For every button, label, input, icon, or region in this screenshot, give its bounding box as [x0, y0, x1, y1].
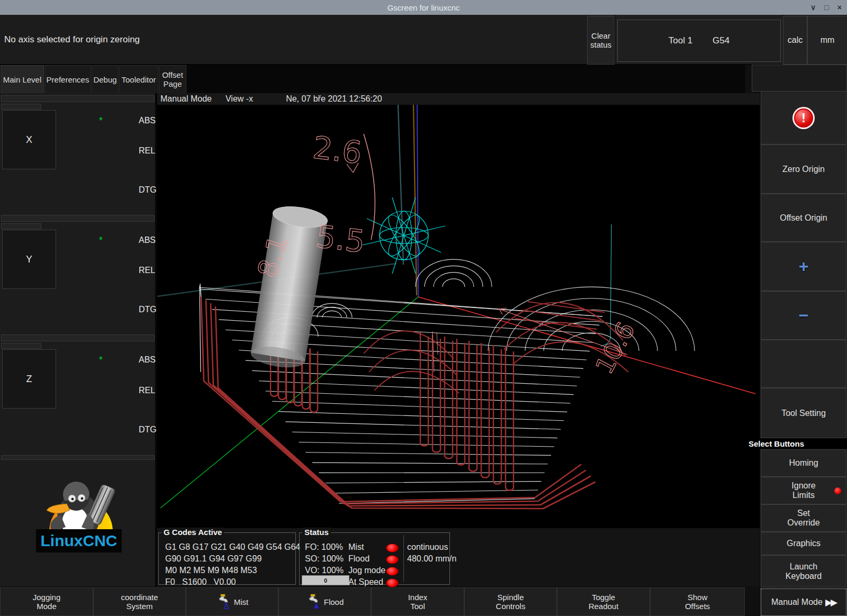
- coordinate-system-button[interactable]: coordinate System: [93, 587, 186, 616]
- homing-button[interactable]: Homing: [761, 449, 846, 477]
- jogging-mode-button[interactable]: Jogging Mode: [0, 587, 93, 616]
- axis-select-x[interactable]: X: [2, 110, 56, 169]
- atspeed-label: At Speed: [348, 577, 383, 587]
- axis-strip-handle[interactable]: [1, 223, 41, 229]
- mist-led: [386, 543, 399, 552]
- mist-button[interactable]: Mist: [186, 587, 278, 616]
- faucet-icon: [216, 594, 230, 610]
- gcodes-title: G Codes Active: [161, 528, 224, 537]
- zoom-in-button[interactable]: +: [761, 242, 846, 291]
- calc-button[interactable]: calc: [783, 16, 807, 65]
- dim-5-5: 5.5: [314, 218, 367, 260]
- axis-select-y[interactable]: Y: [2, 230, 56, 289]
- dtg-label-y: DTG: [139, 305, 157, 314]
- gcode-line: G1 G8 G17 G21 G40 G49 G54 G64: [165, 542, 292, 554]
- fast-forward-icon: ▶▶: [825, 597, 836, 608]
- limit-led: [834, 487, 841, 494]
- top-bar: No axis selected for origin zeroing Clea…: [0, 15, 847, 65]
- axis-strip-handle[interactable]: [1, 104, 41, 110]
- logo-text: LinuxCNC: [41, 532, 118, 549]
- mist-label: Mist: [348, 542, 364, 552]
- maximize-icon[interactable]: □: [824, 3, 828, 12]
- axis-strip-handle[interactable]: [1, 343, 41, 349]
- homed-star-y: *: [99, 235, 103, 246]
- zero-origin-button[interactable]: Zero Origin: [761, 144, 846, 194]
- tool-number: Tool 1: [669, 35, 692, 46]
- rel-label-z: REL: [139, 386, 155, 395]
- tool-info-panel: Tool 1 G54: [615, 15, 783, 64]
- abs-label-y: ABS: [139, 235, 156, 245]
- axis-strip[interactable]: [1, 334, 155, 341]
- dtg-label-x: DTG: [139, 185, 157, 195]
- index-tool-button[interactable]: Index Tool: [371, 587, 464, 616]
- gcodes-frame: G Codes Active G1 G8 G17 G21 G40 G49 G54…: [158, 532, 296, 585]
- minimize-icon[interactable]: ∨: [810, 3, 816, 12]
- spare-button[interactable]: [761, 340, 846, 388]
- titlebar[interactable]: Gscreen for linuxcnc ∨ □ ×: [0, 0, 847, 15]
- flood-led: [386, 555, 399, 564]
- tab-offset-page[interactable]: Offset Page: [159, 65, 186, 94]
- units-button[interactable]: mm: [807, 16, 847, 65]
- rel-label-y: REL: [139, 266, 155, 275]
- spindle-controls-button[interactable]: Spindle Controls: [464, 587, 557, 616]
- select-buttons-header: Select Buttons: [746, 438, 847, 449]
- graphics-button[interactable]: Graphics: [761, 532, 846, 555]
- homed-star-z: *: [99, 355, 103, 366]
- axis-strip: [1, 455, 155, 460]
- gscreen-window: Gscreen for linuxcnc ∨ □ × No axis selec…: [0, 0, 847, 616]
- linuxcnc-logo: LinuxCNC: [15, 476, 142, 561]
- rel-label-x: REL: [139, 146, 155, 156]
- axis-strip[interactable]: [1, 95, 155, 102]
- launch-keyboard-button[interactable]: Launch Keyboard: [761, 555, 846, 587]
- coord-system-label: G54: [713, 35, 729, 46]
- close-icon[interactable]: ×: [837, 3, 842, 12]
- plus-icon: +: [799, 257, 809, 276]
- tab-strip: Main Level Preferences Debug Tooleditor …: [0, 65, 745, 93]
- atspeed-led: [386, 578, 399, 587]
- estop-icon: !: [792, 107, 815, 129]
- manual-mode-button[interactable]: Manual Mode ▶▶: [761, 588, 846, 616]
- set-override-button[interactable]: Set Override: [761, 504, 846, 532]
- mode-status-line: Manual Mode View -x Ne, 07 bře 2021 12:5…: [157, 93, 760, 105]
- dim-2-6: 2.6: [311, 129, 364, 171]
- jogmode-led: [386, 567, 399, 576]
- status-message: No axis selected for origin zeroing: [4, 15, 140, 64]
- tab-debug[interactable]: Debug: [92, 65, 119, 94]
- abs-label-z: ABS: [139, 355, 156, 365]
- tab-preferences[interactable]: Preferences: [44, 65, 91, 94]
- show-offsets-button[interactable]: Show Offsets: [650, 587, 745, 616]
- offset-origin-button[interactable]: Offset Origin: [761, 194, 846, 242]
- tab-main-level[interactable]: Main Level: [1, 65, 44, 94]
- axis-strip[interactable]: [1, 215, 155, 222]
- tab-tooleditor[interactable]: Tooleditor: [119, 65, 158, 94]
- gcode-line: M0 M2 M5 M9 M48 M53: [165, 566, 292, 577]
- flood-label: Flood: [348, 554, 370, 564]
- status-frame: Status FO: 100% SO: 100% VO: 100% 0 Mist…: [299, 532, 450, 585]
- datetime-label: Ne, 07 bře 2021 12:56:20: [286, 94, 382, 104]
- gremlin-preview[interactable]: 2.6 8.1 5.5 10.6: [157, 105, 760, 528]
- axis-select-z[interactable]: Z: [2, 349, 56, 409]
- toggle-readout-button[interactable]: Toggle Readout: [557, 587, 650, 616]
- dtg-label-z: DTG: [139, 425, 157, 434]
- view-label: View -x: [226, 94, 253, 104]
- estop-reset-button[interactable]: !: [761, 91, 846, 144]
- mode-label: Manual Mode: [160, 94, 212, 104]
- jog-speed-value: 480.00 mm/n: [407, 554, 456, 564]
- window-title: Gscreen for linuxcnc: [0, 3, 847, 12]
- machine-state-panel: Estop Machine On: [752, 65, 847, 92]
- jogmode-label: Jog mode: [348, 566, 385, 575]
- tool-setting-button[interactable]: Tool Setting: [761, 388, 846, 438]
- zoom-out-button[interactable]: −: [761, 291, 846, 340]
- gcode-line: G90 G91.1 G94 G97 G99: [165, 554, 292, 566]
- clear-status-button[interactable]: Clear status: [587, 16, 615, 65]
- spindle-override: SO: 100%: [305, 554, 344, 564]
- jog-mode-value: continuous: [407, 542, 448, 552]
- ignore-limits-button[interactable]: Ignore Limits: [761, 477, 846, 504]
- faucet-icon: [306, 594, 320, 610]
- abs-label-x: ABS: [139, 116, 156, 125]
- velocity-progress: 0: [302, 575, 349, 585]
- velocity-override: VO: 100%: [305, 566, 344, 575]
- feed-override: FO: 100%: [305, 542, 343, 552]
- flood-button[interactable]: Flood: [278, 587, 371, 616]
- minus-icon: −: [799, 306, 809, 325]
